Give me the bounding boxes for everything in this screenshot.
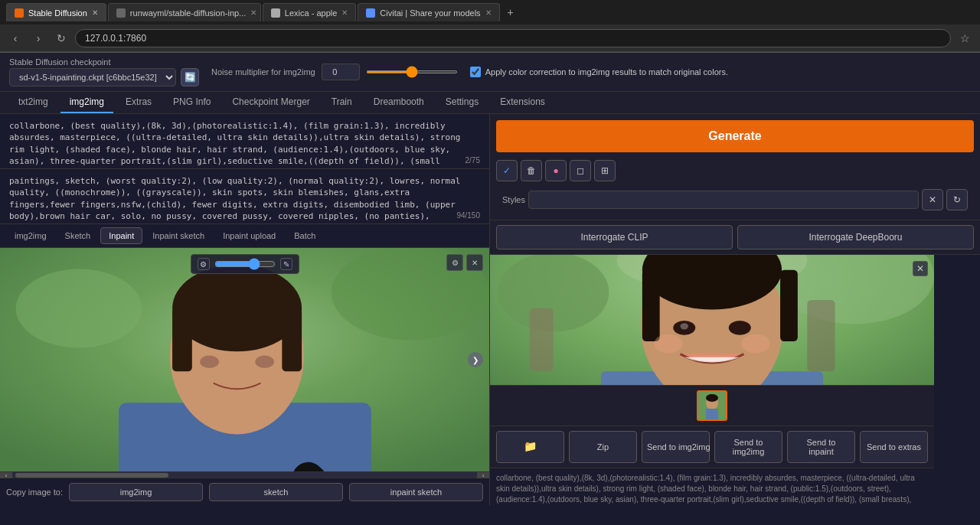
zip-btn[interactable]: Send to img2img xyxy=(642,431,710,463)
folder-icon: 📁 xyxy=(501,440,559,452)
sub-tab-img2img[interactable]: img2img xyxy=(6,227,55,244)
interrogate-clip-btn[interactable]: Interrogate CLIP xyxy=(496,225,733,249)
save-btn-label: Zip xyxy=(597,442,609,452)
sub-tab-inpaint-sketch[interactable]: Inpaint sketch xyxy=(144,227,213,244)
tab-favicon xyxy=(15,8,24,18)
send-to-extras-btn[interactable]: Send to extras xyxy=(860,431,928,463)
scroll-right-btn[interactable]: › xyxy=(477,472,489,478)
noise-slider[interactable] xyxy=(366,70,458,73)
tab-dreambooth[interactable]: Dreambooth xyxy=(364,92,433,113)
copy-to-sketch-btn[interactable]: sketch xyxy=(209,483,343,501)
style-icons-row: ✓ 🗑 ● ◻ ⊞ xyxy=(496,160,974,181)
output-close-btn[interactable]: ✕ xyxy=(913,261,928,276)
style-icon-extra[interactable]: ⊞ xyxy=(594,160,616,181)
canvas-image xyxy=(0,248,489,471)
checkpoint-select[interactable]: sd-v1-5-inpainting.ckpt [c6bbc15e32] xyxy=(9,68,176,86)
sub-tabs: img2img Sketch Inpaint Inpaint sketch In… xyxy=(0,224,489,248)
positive-prompt-textarea[interactable]: collarbone, (best quality),(8k, 3d),(pho… xyxy=(0,114,489,166)
sub-tab-batch[interactable]: Batch xyxy=(286,227,324,244)
svg-rect-17 xyxy=(530,308,554,371)
send-to-img2img-btn[interactable]: Send toimg2img xyxy=(714,431,782,463)
interrogate-deepbooru-btn[interactable]: Interrogate DeepBooru xyxy=(737,225,974,249)
output-image xyxy=(490,255,934,385)
svg-rect-33 xyxy=(706,409,718,419)
svg-rect-8 xyxy=(282,308,302,371)
output-thumbnail[interactable] xyxy=(697,390,727,421)
send-to-inpaint-btn[interactable]: Send toinpaint xyxy=(787,431,855,463)
checkpoint-label: Stable Diffusion checkpoint xyxy=(9,57,199,67)
bookmark-btn[interactable]: ☆ xyxy=(956,29,974,47)
canvas-container[interactable]: ⚙ ✕ ⚙ ✎ ❯ xyxy=(0,248,489,471)
tab-stable-diffusion[interactable]: Stable Diffusion ✕ xyxy=(6,3,106,21)
styles-add-btn[interactable]: ✕ xyxy=(922,189,943,210)
tab-png-info[interactable]: PNG Info xyxy=(164,92,220,113)
back-btn[interactable]: ‹ xyxy=(6,29,24,47)
action-buttons: 📁 Zip Send to img2img Send toimg2img Sen… xyxy=(490,426,934,468)
color-correction-checkbox[interactable] xyxy=(470,67,481,77)
address-bar: ‹ › ↻ ☆ xyxy=(0,24,980,52)
style-icon-1[interactable]: ✓ xyxy=(496,160,518,181)
zip-btn-label: Send to img2img xyxy=(647,442,710,452)
output-prompt-text: collarbone, (best quality),(8k, 3d),(pho… xyxy=(490,468,934,506)
svg-point-1 xyxy=(16,269,142,347)
tab-checkpoint-merger[interactable]: Checkpoint Merger xyxy=(223,92,318,113)
refresh-btn[interactable]: ↻ xyxy=(52,29,70,47)
negative-prompt-textarea[interactable]: paintings, sketch, (worst quality:2), (l… xyxy=(0,169,489,221)
left-panel: collarbone, (best quality),(8k, 3d),(pho… xyxy=(0,114,490,506)
tab-extras[interactable]: Extras xyxy=(116,92,161,113)
tab-extensions[interactable]: Extensions xyxy=(491,92,554,113)
tab-civitai[interactable]: Civitai | Share your models ✕ xyxy=(358,3,499,21)
styles-refresh-btn[interactable]: ↻ xyxy=(946,189,968,210)
svg-point-29 xyxy=(741,334,769,354)
copy-to-inpaint-sketch-btn[interactable]: inpaint sketch xyxy=(349,483,483,501)
canvas-expand-btn[interactable]: ❯ xyxy=(468,352,483,367)
styles-row: Styles ✕ ↻ xyxy=(496,186,974,214)
interrogate-area: Interrogate CLIP Interrogate DeepBooru xyxy=(490,220,980,255)
style-icon-color[interactable]: ● xyxy=(545,160,567,181)
noise-input[interactable] xyxy=(322,64,360,80)
app-container: Stable Diffusion checkpoint sd-v1-5-inpa… xyxy=(0,53,980,525)
tab-train[interactable]: Train xyxy=(322,92,361,113)
canvas-settings-btn[interactable]: ⚙ xyxy=(446,254,463,271)
tab-close-btn[interactable]: ✕ xyxy=(92,8,98,17)
style-icon-trash[interactable]: 🗑 xyxy=(521,160,542,181)
tab-img2img[interactable]: img2img xyxy=(60,92,113,113)
styles-input[interactable] xyxy=(528,191,919,209)
svg-point-28 xyxy=(654,334,682,354)
styles-label: Styles xyxy=(502,195,525,204)
tab-txt2img[interactable]: txt2img xyxy=(9,92,57,113)
canvas-close-btn[interactable]: ✕ xyxy=(466,254,483,271)
tab-runway[interactable]: runwayml/stable-diffusion-inp... ✕ xyxy=(108,3,261,21)
brush-settings-btn[interactable]: ⚙ xyxy=(198,258,210,270)
generate-btn[interactable]: Generate xyxy=(496,120,974,152)
canvas-scrollbar[interactable]: ‹ › xyxy=(0,471,489,478)
sub-tab-sketch[interactable]: Sketch xyxy=(57,227,100,244)
scroll-left-btn[interactable]: ‹ xyxy=(0,472,12,478)
brush-slider-container: ⚙ ✎ xyxy=(191,254,299,274)
tab-lexica[interactable]: Lexica - apple ✕ xyxy=(263,3,357,21)
sub-tab-inpaint[interactable]: Inpaint xyxy=(100,227,142,244)
noise-section: Noise multiplier for img2img xyxy=(211,64,458,80)
checkpoint-refresh-btn[interactable]: 🔄 xyxy=(181,68,199,86)
copy-to-img2img-btn[interactable]: img2img xyxy=(69,483,203,501)
tab-close-btn-4[interactable]: ✕ xyxy=(485,8,492,17)
scrollbar-thumb[interactable] xyxy=(15,473,168,478)
tab-close-btn-3[interactable]: ✕ xyxy=(341,8,348,17)
style-icon-save[interactable]: ◻ xyxy=(570,160,591,181)
save-btn[interactable]: Zip xyxy=(569,431,637,463)
address-input[interactable] xyxy=(75,29,951,47)
svg-rect-18 xyxy=(807,300,835,371)
brush-size-slider[interactable] xyxy=(214,258,276,270)
svg-rect-24 xyxy=(780,270,798,341)
tab-close-btn-2[interactable]: ✕ xyxy=(250,8,256,17)
svg-rect-23 xyxy=(642,270,660,341)
sub-tab-inpaint-upload[interactable]: Inpaint upload xyxy=(214,227,284,244)
generate-area: Generate ✓ 🗑 ● ◻ ⊞ Styles ✕ ↻ xyxy=(490,114,980,220)
output-panel: ✕ 📁 xyxy=(490,255,934,506)
forward-btn[interactable]: › xyxy=(29,29,47,47)
copy-image-label: Copy image to: xyxy=(6,488,63,497)
tab-settings[interactable]: Settings xyxy=(436,92,488,113)
folder-btn[interactable]: 📁 xyxy=(496,431,564,463)
new-tab-btn[interactable]: + xyxy=(501,3,520,21)
brush-tool-btn[interactable]: ✎ xyxy=(280,258,292,270)
